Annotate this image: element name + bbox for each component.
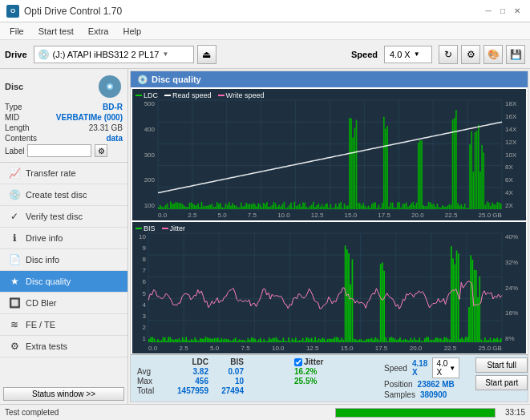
start-buttons: Start full Start part <box>475 357 528 390</box>
drive-combo-arrow: ▼ <box>162 50 168 58</box>
lower-chart-container: BIS Jitter 10 9 8 7 6 5 <box>132 222 526 353</box>
samples-row: Samples 380900 <box>384 390 459 399</box>
speed-row: Speed 4.18 X 4.0 X ▼ <box>384 357 459 378</box>
read-speed-color <box>164 95 171 96</box>
samples-label: Samples <box>384 390 415 399</box>
disc-label-row: Label ⚙ <box>5 144 123 157</box>
jitter-header-row: Jitter <box>294 357 358 366</box>
sidebar-item-create-test-disc[interactable]: 💿 Create test disc <box>0 184 127 206</box>
nav-label-disc-quality: Disc quality <box>26 277 71 286</box>
svg-point-2 <box>108 85 111 88</box>
fe-te-icon: ≋ <box>8 318 21 331</box>
disc-quality-icon: ★ <box>8 275 21 288</box>
write-speed-legend: Write speed <box>218 91 265 99</box>
drive-combo[interactable]: 💿 (J:) ATAPI iHBS312 2 PL17 ▼ <box>34 46 194 63</box>
speed-info: Speed 4.18 X 4.0 X ▼ Position 23862 MB <box>384 357 459 399</box>
disc-header: Disc <box>5 74 123 99</box>
sidebar-item-drive-info[interactable]: ℹ Drive info <box>0 228 127 249</box>
menu-start-test[interactable]: Start test <box>32 25 80 38</box>
stats-total-label: Total <box>137 386 161 395</box>
settings-button[interactable]: ⚙ <box>461 45 480 64</box>
stats-max-label: Max <box>137 377 161 386</box>
sidebar-item-disc-info[interactable]: 📄 Disc info <box>0 249 127 271</box>
speed-select-arrow: ▼ <box>449 365 455 372</box>
samples-val: 380900 <box>420 390 447 399</box>
jitter-checkbox[interactable] <box>294 358 302 366</box>
status-time: 33:15 <box>505 408 525 417</box>
upper-x-axis: 0.0 2.5 5.0 7.5 10.0 12.5 15.0 17.5 20.0… <box>158 212 502 219</box>
speed-combo[interactable]: 4.0 X ▼ <box>384 46 432 63</box>
disc-mid-value: VERBATIMe (000) <box>56 113 123 122</box>
speed-label: Speed <box>351 50 378 59</box>
refresh-button[interactable]: ↻ <box>439 45 458 64</box>
start-part-button[interactable]: Start part <box>475 375 528 390</box>
read-speed-legend: Read speed <box>164 91 212 99</box>
stats-bar: LDC BIS Avg 3.82 0.07 Max 456 10 <box>131 354 528 402</box>
disc-contents-row: Contents data <box>5 134 123 143</box>
sidebar-item-extra-tests[interactable]: ⚙ Extra tests <box>0 336 127 357</box>
sidebar: Disc Type BD-R MID VERBATIMe (000) Lengt… <box>0 69 128 404</box>
disc-quality-panel: 💿 Disc quality LDC Read speed <box>130 71 528 402</box>
disc-quality-title: Disc quality <box>152 75 201 84</box>
disc-label-btn[interactable]: ⚙ <box>95 144 107 157</box>
window-controls: ─ □ ✕ <box>482 5 524 18</box>
stats-avg-label: Avg <box>137 367 161 376</box>
status-text: Test completed <box>5 408 329 417</box>
drive-info-icon: ℹ <box>8 232 21 244</box>
jitter-label: Jitter <box>170 224 186 232</box>
title-bar: O Opti Drive Control 1.70 ─ □ ✕ <box>0 0 530 22</box>
progress-bar-fill <box>336 409 495 417</box>
speed-info-val: 4.18 X <box>412 359 427 377</box>
menu-extra[interactable]: Extra <box>82 25 115 38</box>
lower-legend: BIS Jitter <box>136 224 185 232</box>
sidebar-item-transfer-rate[interactable]: 📈 Transfer rate <box>0 163 127 184</box>
sidebar-item-disc-quality[interactable]: ★ Disc quality <box>0 271 127 293</box>
ldc-legend: LDC <box>136 91 158 99</box>
status-window-button[interactable]: Status window >> <box>3 387 124 401</box>
jitter-max-row: 25.5% <box>294 377 358 386</box>
content-area: 💿 Disc quality LDC Read speed <box>128 69 530 404</box>
ldc-label: LDC <box>144 91 158 99</box>
stats-total-row: Total 1457959 27494 <box>137 386 281 395</box>
nav-label-drive-info: Drive info <box>26 233 63 243</box>
maximize-button[interactable]: □ <box>496 5 509 18</box>
app-icon: O <box>6 5 19 18</box>
progress-bar-container <box>335 408 496 418</box>
disc-contents-label: Contents <box>5 134 37 143</box>
upper-y-axis-right: 18X 16X 14X 12X 10X 8X 6X 4X 2X <box>504 100 526 209</box>
disc-panel: Disc Type BD-R MID VERBATIMe (000) Lengt… <box>0 69 127 163</box>
speed-arrow: ▼ <box>414 50 420 58</box>
drive-select-area: 💿 (J:) ATAPI iHBS312 2 PL17 ▼ ⏏ <box>34 45 342 64</box>
speed-info-label: Speed <box>384 364 407 373</box>
disc-label-input[interactable] <box>27 144 91 157</box>
sidebar-item-cd-bler[interactable]: 🔲 CD Bler <box>0 293 127 314</box>
eject-button[interactable]: ⏏ <box>197 45 216 64</box>
menu-file[interactable]: File <box>3 25 30 38</box>
sidebar-item-fe-te[interactable]: ≋ FE / TE <box>0 314 127 336</box>
nav-label-extra-tests: Extra tests <box>26 341 67 351</box>
minimize-button[interactable]: ─ <box>482 5 495 18</box>
save-button[interactable]: 💾 <box>506 45 525 64</box>
close-button[interactable]: ✕ <box>511 5 524 18</box>
disc-contents-value: data <box>106 134 123 143</box>
disc-length-row: Length 23.31 GB <box>5 123 123 132</box>
position-row: Position 23862 MB <box>384 380 459 389</box>
sidebar-item-verify-test-disc[interactable]: ✓ Verify test disc <box>0 206 127 228</box>
disc-info-icon: 📄 <box>8 253 21 266</box>
menu-help[interactable]: Help <box>116 25 148 38</box>
speed-select-combo[interactable]: 4.0 X ▼ <box>432 357 459 378</box>
disc-label-label: Label <box>5 147 24 155</box>
jitter-color <box>162 228 168 229</box>
disc-quality-body: LDC Read speed Write speed 500 <box>131 87 528 402</box>
stats-total-bis: 27494 <box>212 386 244 395</box>
ldc-color <box>136 95 142 96</box>
title-bar-left: O Opti Drive Control 1.70 <box>6 5 122 18</box>
disc-icon <box>97 74 123 99</box>
main-area: Disc Type BD-R MID VERBATIMe (000) Lengt… <box>0 69 530 404</box>
palette-button[interactable]: 🎨 <box>483 45 503 64</box>
start-full-button[interactable]: Start full <box>475 357 528 373</box>
disc-mid-row: MID VERBATIMe (000) <box>5 113 123 122</box>
write-speed-label: Write speed <box>226 91 265 99</box>
disc-type-value: BD-R <box>103 103 123 111</box>
disc-length-value: 23.31 GB <box>89 123 123 132</box>
